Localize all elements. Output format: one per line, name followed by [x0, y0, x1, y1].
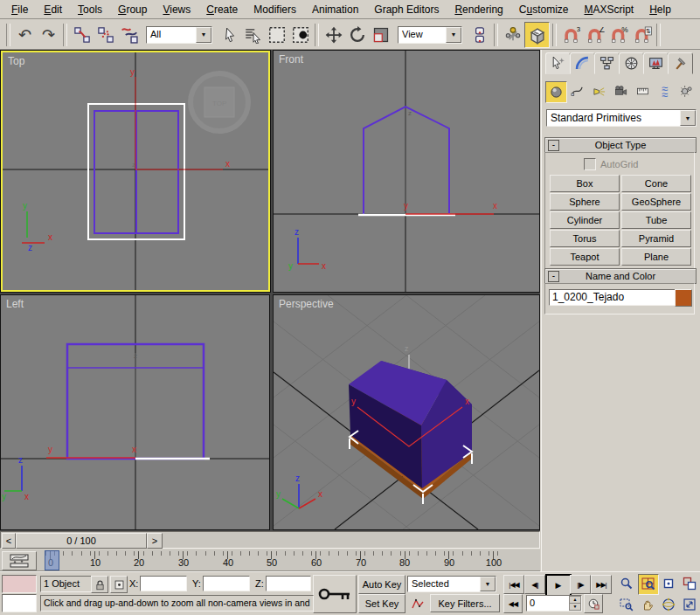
viewport-perspective[interactable]: Perspective z — [273, 294, 540, 530]
y-coordinate-field[interactable] — [203, 576, 250, 591]
next-frame-button[interactable]: ||▶ — [570, 575, 591, 594]
sphere-button[interactable]: Sphere — [550, 193, 620, 211]
object-color-swatch[interactable] — [675, 289, 692, 307]
rectangular-selection-region-button[interactable] — [265, 23, 288, 47]
menu-file[interactable]: File — [3, 2, 36, 17]
lights-category-button[interactable] — [589, 81, 609, 101]
tab-display[interactable] — [643, 52, 669, 74]
go-to-end-button[interactable]: ▶▶| — [591, 575, 612, 594]
select-and-move-button[interactable] — [322, 23, 345, 47]
geometry-category-button[interactable] — [545, 81, 567, 103]
select-and-scale-button[interactable] — [369, 23, 392, 47]
zoom-extents-button[interactable] — [659, 574, 678, 593]
default-in-out-tangents-button[interactable] — [407, 594, 428, 612]
maxscript-macro-recorder[interactable] — [2, 575, 37, 593]
selection-lock-toggle[interactable] — [91, 576, 108, 593]
geosphere-button[interactable]: GeoSphere — [621, 193, 691, 211]
track-bar[interactable]: 0 10 20 30 40 50 60 70 80 90 100 — [0, 549, 540, 571]
menu-edit[interactable]: Edit — [36, 2, 70, 17]
select-and-link-button[interactable] — [70, 23, 94, 47]
go-to-start-button[interactable]: |◀◀ — [503, 575, 524, 594]
use-pivot-point-center-button[interactable] — [468, 23, 491, 47]
object-type-rollout-header[interactable]: - Object Type — [544, 137, 697, 153]
key-mode-toggle-button[interactable]: ◀◀ — [503, 594, 523, 613]
zoom-all-button[interactable] — [638, 574, 659, 595]
previous-frame-button[interactable]: ◀|| — [524, 575, 545, 594]
window-crossing-toggle-button[interactable] — [288, 23, 312, 47]
systems-category-button[interactable] — [676, 81, 697, 101]
viewport-front[interactable]: Front z y x z y x — [273, 50, 540, 293]
key-filters-button[interactable]: Key Filters... — [430, 594, 500, 612]
torus-button[interactable]: Torus — [550, 230, 620, 247]
select-and-manipulate-button[interactable] — [501, 23, 524, 47]
menu-graph-editors[interactable]: Graph Editors — [366, 2, 447, 17]
tab-hierarchy[interactable] — [594, 52, 620, 74]
zoom-button[interactable] — [617, 574, 636, 593]
x-coordinate-field[interactable] — [140, 576, 187, 591]
cone-button[interactable]: Cone — [621, 175, 691, 192]
bind-to-space-warp-button[interactable] — [117, 23, 141, 47]
tab-utilities[interactable] — [668, 52, 693, 74]
shapes-category-button[interactable] — [567, 81, 587, 101]
cameras-category-button[interactable] — [611, 81, 631, 101]
teapot-button[interactable]: Teapot — [550, 248, 620, 266]
menu-create[interactable]: Create — [198, 2, 246, 17]
menu-modifiers[interactable]: Modifiers — [246, 2, 304, 17]
menu-help[interactable]: Help — [641, 2, 679, 17]
viewport-left[interactable]: Left y x z z y x — [0, 294, 270, 530]
redo-button[interactable]: ↷ — [37, 23, 60, 47]
spinner-snap-button[interactable]: ⇅ — [630, 23, 654, 47]
menu-rendering[interactable]: Rendering — [447, 2, 510, 17]
current-frame-field[interactable]: 0 ▲ ▼ — [526, 595, 582, 612]
selection-filter-dropdown[interactable]: All ▼ — [146, 26, 212, 44]
tube-button[interactable]: Tube — [621, 211, 691, 229]
plane-button[interactable]: Plane — [621, 248, 691, 266]
current-frame-handle[interactable] — [45, 550, 59, 570]
viewport-top[interactable]: Top TOP y x z y — [1, 51, 270, 292]
undo-button[interactable]: ↶ — [13, 23, 37, 47]
box-button[interactable]: Box — [550, 175, 620, 192]
time-configuration-button[interactable] — [584, 594, 603, 613]
dropdown-arrow-icon[interactable]: ▼ — [196, 27, 211, 43]
time-slider[interactable]: < 0 / 100 > — [0, 531, 540, 549]
trackbar-ruler[interactable]: 0 10 20 30 40 50 60 70 80 90 100 — [38, 549, 503, 570]
helpers-category-button[interactable] — [633, 81, 653, 101]
menu-tools[interactable]: Tools — [70, 2, 110, 17]
time-slider-handle[interactable]: 0 / 100 — [16, 533, 147, 549]
previous-frame-arrow[interactable]: < — [2, 533, 16, 549]
maxscript-mini-listener[interactable] — [2, 594, 37, 612]
menu-views[interactable]: Views — [155, 2, 198, 17]
select-and-rotate-button[interactable] — [345, 23, 369, 47]
menu-customize[interactable]: Customize — [511, 2, 577, 17]
pyramid-button[interactable]: Pyramid — [621, 230, 691, 247]
zoom-extents-all-button[interactable] — [680, 574, 699, 593]
dropdown-arrow-icon[interactable]: ▼ — [446, 27, 461, 43]
select-object-button[interactable] — [218, 23, 241, 47]
auto-key-button[interactable]: Auto Key — [358, 575, 405, 594]
autogrid-checkbox[interactable] — [584, 158, 596, 170]
menu-animation[interactable]: Animation — [304, 2, 366, 17]
key-filter-selection-dropdown[interactable]: Selected ▼ — [407, 576, 496, 592]
pan-button[interactable] — [638, 595, 657, 614]
primitives-category-dropdown[interactable]: Standard Primitives ▼ — [546, 109, 697, 127]
reference-coordinate-dropdown[interactable]: View ▼ — [398, 26, 462, 44]
cylinder-button[interactable]: Cylinder — [550, 211, 620, 229]
tab-motion[interactable] — [619, 52, 644, 74]
tab-create[interactable] — [545, 52, 571, 74]
viewcube[interactable]: TOP — [191, 73, 248, 131]
dropdown-arrow-icon[interactable]: ▼ — [480, 577, 496, 591]
angle-snap-button[interactable]: ∠ — [583, 23, 606, 47]
arc-rotate-button[interactable] — [659, 595, 678, 614]
snaps-toggle-button[interactable] — [524, 22, 550, 48]
percent-snap-button[interactable]: % — [606, 23, 630, 47]
set-key-mode-button[interactable] — [313, 575, 357, 613]
space-warps-category-button[interactable]: ≈ ≈ — [655, 81, 675, 101]
dropdown-arrow-icon[interactable]: ▼ — [680, 110, 696, 126]
object-name-field[interactable]: 1_0200_Tejado — [549, 289, 676, 306]
angle-snap-toggle-button[interactable]: 3 — [559, 23, 583, 47]
zoom-region-button[interactable] — [617, 595, 636, 614]
set-key-button[interactable]: Set Key — [358, 594, 405, 613]
menu-maxscript[interactable]: MAXScript — [577, 2, 642, 17]
play-button[interactable]: ▶ — [545, 574, 572, 597]
unlink-selection-button[interactable] — [94, 23, 117, 47]
